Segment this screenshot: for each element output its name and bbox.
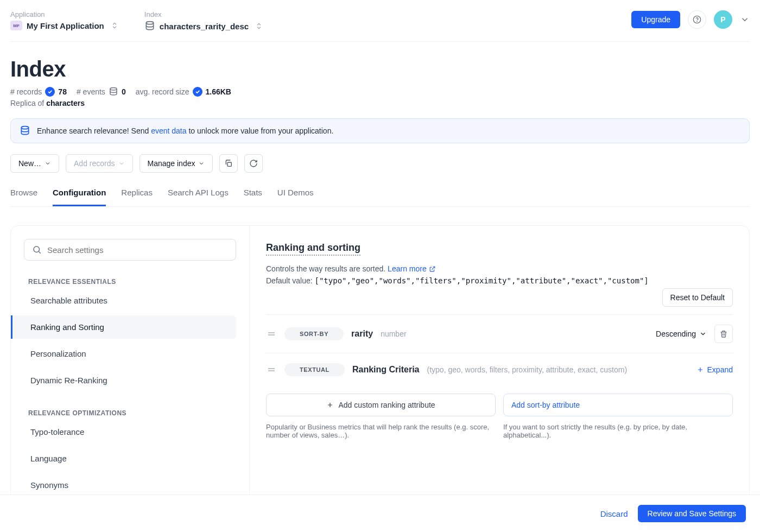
- divider: [10, 41, 750, 42]
- tabs: BrowseConfigurationReplicasSearch API Lo…: [10, 188, 750, 207]
- order-select[interactable]: Descending: [656, 330, 707, 338]
- criteria-row: SORT-BYraritynumberDescending: [266, 314, 733, 353]
- sidebar-item-searchable-attributes[interactable]: Searchable attributes: [24, 289, 236, 312]
- default-value: Default value: ["typo","geo","words","fi…: [266, 276, 733, 285]
- plus-icon: [696, 366, 704, 373]
- criteria-name: Ranking Criteria: [352, 365, 420, 375]
- criteria-row: TEXTUALRanking Criteria(typo, geo, words…: [266, 353, 733, 386]
- stat-avg-value: 1.66KB: [206, 87, 231, 96]
- learn-more-link[interactable]: Learn more: [388, 264, 435, 273]
- copy-icon: [224, 159, 233, 168]
- svg-point-3: [110, 88, 117, 91]
- settings-sidebar: RELEVANCE ESSENTIALSSearchable attribute…: [11, 226, 250, 510]
- section-title: Ranking and sorting: [266, 242, 360, 256]
- breadcrumb-app-label: Application: [10, 10, 118, 18]
- section-label: RELEVANCE ESSENTIALS: [24, 278, 236, 286]
- tab-ui-demos[interactable]: UI Demos: [277, 188, 314, 206]
- copy-button[interactable]: [219, 154, 238, 173]
- reset-button[interactable]: Reset to Default: [662, 288, 733, 307]
- add-records-button: Add records: [66, 154, 132, 173]
- replica-of: Replica of characters: [10, 99, 750, 107]
- stat-records-label: # records: [10, 87, 42, 96]
- info-banner: Enhance search relevance! Send event dat…: [10, 118, 750, 143]
- help-custom: Popularity or Business metrics that will…: [266, 423, 496, 439]
- topbar: Application MF My First Application Inde…: [10, 10, 750, 31]
- chevron-down-icon: [45, 160, 51, 167]
- stat-avg-label: avg. record size: [136, 87, 189, 96]
- check-icon: [45, 87, 55, 97]
- manage-index-button[interactable]: Manage index: [140, 154, 213, 173]
- add-sortby-button[interactable]: Add sort-by attribute: [503, 394, 733, 416]
- app-badge: MF: [10, 21, 22, 30]
- database-icon: [20, 125, 30, 136]
- search-input[interactable]: [47, 245, 228, 255]
- page-title: Index: [10, 57, 750, 81]
- breadcrumb-index[interactable]: Index characters_rarity_desc: [144, 10, 263, 31]
- expand-button[interactable]: Expand: [696, 365, 733, 374]
- tab-search-api-logs[interactable]: Search API Logs: [168, 188, 229, 206]
- delete-button[interactable]: [714, 325, 733, 343]
- sidebar-item-synonyms[interactable]: Synonyms: [24, 473, 236, 497]
- criteria-meta: number: [381, 330, 406, 338]
- chevron-updown-icon: [111, 22, 118, 29]
- tab-configuration[interactable]: Configuration: [53, 188, 106, 206]
- stats-row: # records 78 # events 0 avg. record size…: [10, 87, 750, 97]
- sidebar-item-language[interactable]: Language: [24, 447, 236, 470]
- chevron-down-icon: [198, 160, 205, 167]
- help-icon: [693, 15, 701, 24]
- criteria-meta: (typo, geo, words, filters, proximity, a…: [427, 365, 628, 374]
- trash-icon: [719, 330, 728, 338]
- badge: TEXTUAL: [284, 363, 345, 376]
- database-icon: [109, 87, 118, 97]
- badge: SORT-BY: [284, 327, 344, 340]
- breadcrumb-app-value: My First Application: [27, 21, 104, 30]
- settings-main: Ranking and sorting Controls the way res…: [250, 226, 749, 510]
- breadcrumb: Application MF My First Application Inde…: [10, 10, 263, 31]
- chevron-updown-icon: [255, 22, 263, 30]
- breadcrumb-application[interactable]: Application MF My First Application: [10, 10, 118, 31]
- sidebar-item-ranking-and-sorting[interactable]: Ranking and Sorting: [11, 315, 236, 339]
- stat-events-label: # events: [77, 87, 105, 96]
- criteria-name: rarity: [351, 329, 373, 339]
- svg-point-2: [697, 21, 698, 22]
- drag-handle-icon[interactable]: [266, 330, 277, 338]
- tab-replicas[interactable]: Replicas: [121, 188, 153, 206]
- tab-browse[interactable]: Browse: [10, 188, 37, 206]
- stat-events-value: 0: [122, 87, 126, 96]
- section-desc: Controls the way results are sorted. Lea…: [266, 264, 733, 273]
- plus-icon: [326, 401, 334, 409]
- tab-stats[interactable]: Stats: [244, 188, 262, 206]
- breadcrumb-index-value: characters_rarity_desc: [160, 22, 249, 31]
- search-settings[interactable]: [24, 239, 236, 261]
- avatar[interactable]: P: [714, 10, 732, 29]
- breadcrumb-index-label: Index: [144, 10, 263, 18]
- toolbar: New… Add records Manage index: [10, 154, 750, 173]
- upgrade-button[interactable]: Upgrade: [631, 11, 680, 28]
- help-sortby: If you want to sort strictly the results…: [503, 423, 733, 439]
- event-data-link[interactable]: event data: [151, 126, 186, 135]
- svg-point-6: [34, 246, 40, 252]
- drag-handle-icon[interactable]: [266, 365, 277, 374]
- svg-point-4: [21, 126, 28, 129]
- section-label: RELEVANCE OPTIMIZATIONS: [24, 409, 236, 417]
- refresh-icon: [249, 159, 258, 168]
- svg-point-0: [146, 22, 153, 24]
- database-icon: [144, 21, 155, 31]
- sidebar-item-dynamic-re-ranking[interactable]: Dynamic Re-Ranking: [24, 369, 236, 392]
- chevron-down-icon[interactable]: [740, 15, 750, 24]
- search-icon: [32, 245, 42, 255]
- sidebar-item-personalization[interactable]: Personalization: [24, 342, 236, 365]
- discard-button[interactable]: Discard: [600, 509, 628, 518]
- footer-bar: Discard Review and Save Settings: [0, 495, 760, 521]
- new-button[interactable]: New…: [10, 154, 59, 173]
- save-button[interactable]: Review and Save Settings: [638, 505, 746, 521]
- stat-records-value: 78: [58, 87, 67, 96]
- refresh-button[interactable]: [244, 154, 263, 173]
- chevron-down-icon: [118, 160, 125, 167]
- help-button[interactable]: [688, 10, 706, 29]
- external-link-icon: [429, 265, 436, 273]
- add-custom-ranking-button[interactable]: Add custom ranking attribute: [266, 394, 496, 416]
- svg-rect-5: [227, 162, 231, 166]
- sidebar-item-typo-tolerance[interactable]: Typo-tolerance: [24, 420, 236, 444]
- check-icon: [193, 87, 202, 97]
